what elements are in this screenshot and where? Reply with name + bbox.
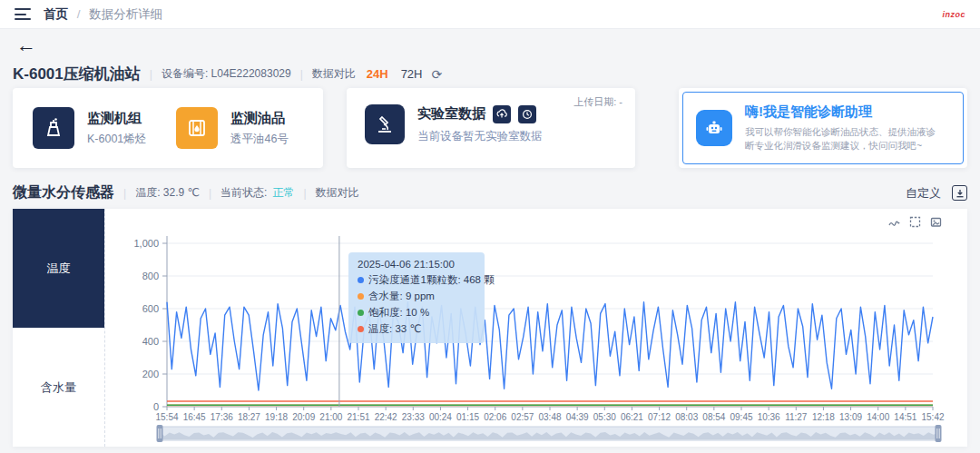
monitor-card: 监测机组 K-6001烯烃 监测油品 透平油46号 [13, 88, 323, 168]
y-tick-label: 0 [153, 401, 159, 412]
refresh-icon[interactable]: ⟳ [432, 67, 443, 82]
x-tick-label: 23:33 [402, 412, 425, 422]
x-tick-label: 01:15 [456, 412, 479, 422]
x-tick-label: 06:21 [621, 412, 643, 422]
x-tick-label: 21:00 [319, 412, 342, 422]
x-tick-label: 07:12 [648, 412, 671, 422]
sensor-compare-toggle[interactable]: 数据对比 [316, 185, 359, 201]
assistant-desc: 我可以帮你智能化诊断油品状态、提供油液诊 断专业化润滑设备监测建议，快问问我吧~ [745, 125, 936, 153]
x-tick-label: 05:30 [593, 412, 616, 422]
x-tick-label: 02:06 [484, 412, 506, 422]
x-tick-label: 11:27 [785, 412, 808, 422]
range-24h-button[interactable]: 24H [367, 67, 388, 81]
breadcrumb-current: 数据分析详细 [89, 7, 162, 21]
monitor-oil-title: 监测油品 [230, 110, 289, 127]
x-tick-label: 13:09 [839, 412, 862, 422]
separator: | [209, 187, 211, 200]
x-tick-label: 22:42 [375, 412, 397, 422]
lab-data-card: 上传日期: - 实验室数据 当前设备暂无实验室数据 [347, 88, 635, 168]
x-tick-label: 21:51 [347, 412, 369, 422]
x-tick-label: 20:09 [292, 412, 315, 422]
separator: | [123, 187, 126, 200]
x-tick-label: 15:54 [155, 412, 178, 422]
sensor-title: 微量水分传感器 [13, 183, 114, 202]
robot-icon [696, 110, 732, 146]
save-image-icon[interactable] [930, 216, 942, 228]
x-tick-label: 14:00 [867, 412, 889, 422]
y-tick-label: 800 [142, 271, 159, 281]
monitor-oil-value: 透平油46号 [230, 132, 289, 147]
y-tick-label: 600 [142, 303, 159, 314]
chart-toolbox [888, 216, 942, 228]
line-type-icon[interactable] [888, 216, 900, 228]
tab-temperature[interactable]: 温度 [13, 209, 104, 328]
y-tick-label: 1,000 [133, 238, 159, 249]
x-tick-label: 16:45 [183, 412, 206, 422]
x-tick-label: 00:24 [429, 412, 452, 422]
oil-barrel-icon [176, 107, 218, 149]
assistant-title: 嗨!我是智能诊断助理 [745, 103, 936, 121]
x-tick-label: 04:39 [566, 412, 589, 422]
datazoom-handle[interactable] [157, 425, 163, 442]
back-button[interactable]: ← [16, 34, 36, 56]
sensor-chart-panel: 温度 含水量 02004006008001,00015:5416:4517:36… [13, 209, 967, 447]
page-title: K-6001压缩机油站 [13, 64, 141, 84]
top-bar: 首页 / 数据分析详细 inzoc [0, 0, 980, 29]
download-icon[interactable] [952, 185, 967, 201]
assistant-card[interactable]: 嗨!我是智能诊断助理 我可以帮你智能化诊断油品状态、提供油液诊 断专业化润滑设备… [679, 88, 967, 168]
breadcrumb: 首页 / 数据分析详细 [44, 6, 162, 23]
x-tick-label: 03:48 [538, 412, 561, 422]
sensor-status-label: 当前状态: [220, 185, 267, 201]
range-72h-button[interactable]: 72H [401, 67, 423, 81]
sensor-status-value: 正常 [272, 185, 294, 201]
datazoom-handle[interactable] [936, 425, 942, 442]
x-tick-label: 12:18 [812, 412, 835, 422]
separator: | [300, 68, 303, 81]
chart-area: 02004006008001,00015:5416:4517:3618:2719… [105, 209, 967, 447]
x-tick-label: 17:36 [211, 412, 233, 422]
breadcrumb-separator: / [77, 7, 81, 21]
custom-range-button[interactable]: 自定义 [906, 185, 941, 202]
separator: | [303, 187, 306, 200]
tab-water-content[interactable]: 含水量 [13, 328, 104, 447]
x-tick-label: 02:57 [511, 412, 534, 422]
page-header: K-6001压缩机油站 | 设备编号: L04E222083029 | 数据对比… [13, 64, 967, 84]
monitor-oil-group: 监测油品 透平油46号 [176, 107, 303, 149]
monitor-unit-value: K-6001烯烃 [87, 132, 146, 147]
x-tick-label: 14:51 [894, 412, 916, 422]
brand-logo: inzoc [942, 10, 965, 19]
x-tick-label: 09:45 [730, 412, 752, 422]
compressor-icon [33, 107, 74, 149]
lab-data-title: 实验室数据 [417, 105, 485, 123]
chart-tabs: 温度 含水量 [13, 209, 105, 447]
chart-canvas[interactable]: 02004006008001,00015:5416:4517:3618:2719… [105, 209, 967, 447]
x-tick-label: 08:54 [702, 412, 725, 422]
menu-toggle-icon[interactable] [15, 8, 31, 20]
sensor-section-header: 微量水分传感器 | 温度: 32.9 ℃ | 当前状态: 正常 | 数据对比 自… [13, 183, 967, 202]
upload-icon[interactable] [493, 105, 511, 123]
zoom-select-icon[interactable] [909, 216, 921, 228]
data-compare-toggle[interactable]: 数据对比 [312, 66, 356, 82]
y-tick-label: 200 [142, 369, 159, 379]
monitor-unit-group: 监测机组 K-6001烯烃 [33, 107, 160, 149]
x-tick-label: 10:36 [758, 412, 780, 422]
device-number: 设备编号: L04E222083029 [162, 66, 291, 82]
x-tick-label: 08:03 [675, 412, 698, 422]
separator: | [150, 68, 152, 81]
breadcrumb-home[interactable]: 首页 [44, 7, 68, 21]
history-clock-icon[interactable] [518, 105, 536, 123]
monitor-unit-title: 监测机组 [87, 110, 146, 127]
y-tick-label: 400 [142, 336, 159, 347]
lab-empty-text: 当前设备暂无实验室数据 [417, 129, 543, 144]
x-tick-label: 15:42 [921, 412, 944, 422]
x-tick-label: 19:18 [265, 412, 288, 422]
series-line-main [167, 302, 933, 390]
microscope-icon [365, 104, 405, 144]
x-tick-label: 18:27 [238, 412, 260, 422]
upload-date-label: 上传日期: - [573, 95, 622, 109]
sensor-temperature: 温度: 32.9 ℃ [135, 185, 200, 201]
